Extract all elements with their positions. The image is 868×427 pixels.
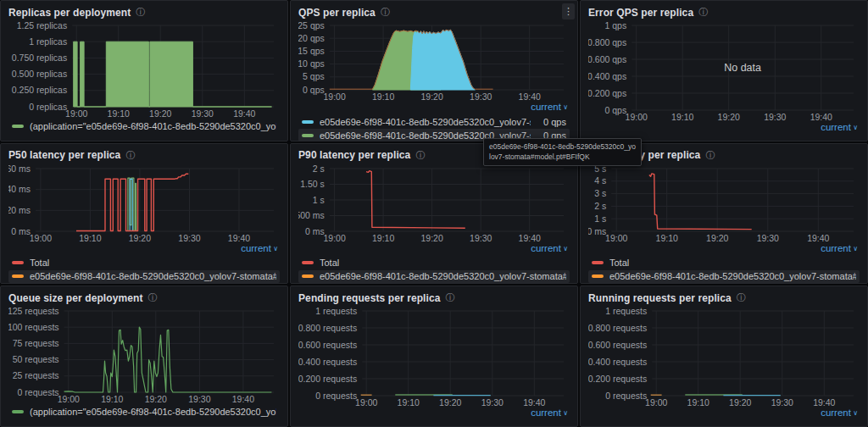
panel-header[interactable]: Pending requests per replica ⓘ (298, 290, 570, 306)
legend-swatch (12, 125, 24, 128)
current-dropdown[interactable]: current ∨ (821, 122, 858, 134)
info-icon[interactable]: ⓘ (381, 8, 390, 17)
panel-replicas-per-deployment: Replicas per deployment ⓘ 1.25 replicas1… (0, 0, 288, 141)
current-dropdown[interactable]: current ∨ (821, 408, 858, 419)
svg-text:5 qps: 5 qps (303, 71, 325, 81)
svg-text:25 qps: 25 qps (298, 20, 325, 30)
panel-footer: current ∨Totale05de69e-6f98-401c-8edb-52… (298, 243, 570, 283)
legend-label: Total (320, 258, 566, 268)
panel-header[interactable]: QPS per replica ⓘ (298, 4, 570, 20)
svg-text:0 qps: 0 qps (605, 105, 627, 115)
info-icon[interactable]: ⓘ (415, 151, 425, 160)
svg-text:19:40: 19:40 (523, 397, 545, 408)
current-dropdown[interactable]: current ∨ (241, 243, 278, 255)
info-icon[interactable]: ⓘ (737, 293, 746, 302)
svg-text:19:10: 19:10 (79, 233, 101, 243)
svg-text:0 ms: 0 ms (588, 225, 606, 236)
info-icon[interactable]: ⓘ (705, 151, 715, 160)
current-dropdown[interactable]: current ∨ (821, 243, 858, 255)
legend-swatch (302, 274, 314, 278)
panel-title: Replicas per deployment (8, 7, 131, 19)
panel-footer: (application="e05de69e-6f98-401c-8edb-52… (8, 404, 280, 418)
svg-text:15 qps: 15 qps (298, 46, 325, 56)
svg-text:60 ms: 60 ms (8, 164, 31, 174)
panel-footer: current ∨Totale05de69e-6f98-401c-8edb-52… (8, 243, 280, 283)
svg-text:19:20: 19:20 (729, 397, 751, 408)
panel-header[interactable]: P50 latency per replica ⓘ (8, 147, 280, 164)
legend-swatch (302, 134, 314, 137)
chevron-down-icon: ∨ (851, 409, 858, 417)
panel-header[interactable]: Running requests per replica ⓘ (588, 290, 860, 306)
svg-text:0.600 requests: 0.600 requests (588, 340, 647, 350)
panel-menu-icon[interactable]: ⋮ (562, 3, 575, 19)
legend-item[interactable]: Total (588, 257, 860, 269)
legend-item[interactable]: (application="e05de69e-6f98-401c-8edb-52… (8, 119, 280, 132)
svg-text:25 requests: 25 requests (13, 371, 59, 381)
panel-footer: current ∨ (298, 408, 570, 420)
current-dropdown[interactable]: current ∨ (531, 243, 568, 255)
info-icon[interactable]: ⓘ (446, 293, 455, 302)
panel-footer: current ∨ (588, 408, 860, 420)
svg-text:19:00: 19:00 (605, 233, 627, 243)
svg-text:19:20: 19:20 (420, 233, 442, 243)
chart-p99-latency-per-replica[interactable]: 5 s4 s3 s2 s1 s0 ms19:0019:1019:2019:301… (588, 164, 858, 243)
svg-text:19:20: 19:20 (420, 92, 442, 102)
panel-header[interactable]: Error QPS per replica ⓘ (588, 4, 860, 20)
chart-error-qps-per-replica[interactable]: 1 qps0.800 qps0.600 qps0.400 qps0.200 qp… (588, 20, 858, 122)
legend-item[interactable]: Total (8, 257, 280, 269)
chart-qps-per-replica[interactable]: 25 qps20 qps15 qps10 qps5 qps0 qps19:001… (298, 20, 568, 102)
svg-text:0 ms: 0 ms (305, 225, 325, 236)
legend-swatch (12, 261, 24, 264)
panel-footer: (application="e05de69e-6f98-401c-8edb-52… (8, 119, 280, 132)
svg-text:19:00: 19:00 (355, 397, 377, 408)
legend-swatch (592, 274, 604, 278)
legend-item[interactable]: Total (298, 257, 570, 269)
svg-text:19:10: 19:10 (671, 112, 693, 122)
info-icon[interactable]: ⓘ (136, 8, 145, 17)
svg-text:2 s: 2 s (313, 164, 325, 174)
chevron-down-icon: ∨ (561, 409, 568, 417)
legend-item[interactable]: e05de69e-6f98-401c-8edb-5290de5320c0_yol… (298, 115, 570, 128)
svg-text:0.400 requests: 0.400 requests (298, 357, 357, 367)
legend-item[interactable]: e05de69e-6f98-401c-8edb-5290de5320c0_yol… (8, 270, 280, 283)
legend-item[interactable]: (application="e05de69e-6f98-401c-8edb-52… (8, 405, 280, 418)
svg-text:19:20: 19:20 (145, 394, 167, 404)
panel-header[interactable]: Replicas per deployment ⓘ (8, 4, 280, 20)
svg-text:0 requests: 0 requests (605, 391, 647, 401)
svg-text:0.250 replicas: 0.250 replicas (12, 85, 67, 95)
panel-header[interactable]: Queue size per deployment ⓘ (8, 290, 280, 306)
svg-text:10 qps: 10 qps (298, 58, 325, 69)
info-icon[interactable]: ⓘ (125, 151, 135, 160)
svg-text:19:10: 19:10 (372, 92, 394, 102)
chevron-down-icon: ∨ (561, 103, 568, 111)
chart-running-requests-per-replica[interactable]: 1 requests0.800 requests0.600 requests0.… (588, 306, 858, 408)
current-dropdown[interactable]: current ∨ (531, 408, 568, 419)
svg-text:19:00: 19:00 (30, 233, 52, 243)
chart-p90-latency-per-replica[interactable]: 2 s1.50 s1 s500 ms0 ms19:0019:1019:2019:… (298, 164, 568, 243)
legend-item[interactable]: e05de69e-6f98-401c-8edb-5290de5320c0_yol… (298, 270, 570, 283)
series-tooltip: e05de69e-6f98-401c-8edb-5290de5320c0_yo … (483, 138, 642, 166)
svg-text:20 ms: 20 ms (8, 204, 31, 214)
svg-text:19:40: 19:40 (519, 92, 541, 102)
svg-text:19:30: 19:30 (178, 233, 200, 243)
svg-text:1.25 replicas: 1.25 replicas (17, 20, 68, 30)
current-dropdown[interactable]: current ∨ (531, 102, 568, 114)
svg-text:125 requests: 125 requests (8, 306, 59, 316)
svg-text:0.400 requests: 0.400 requests (588, 357, 647, 367)
svg-text:19:10: 19:10 (687, 397, 709, 408)
legend-item[interactable]: e05de69e-6f98-401c-8edb-5290de5320c0_yol… (588, 270, 860, 283)
legend-label: e05de69e-6f98-401c-8edb-5290de5320c0_yol… (320, 117, 531, 127)
svg-text:1.50 s: 1.50 s (300, 179, 325, 189)
chart-queue-size-per-deployment[interactable]: 125 requests100 requests75 requests50 re… (8, 306, 278, 404)
svg-text:19:30: 19:30 (764, 112, 786, 122)
svg-text:40 ms: 40 ms (8, 184, 31, 194)
chevron-down-icon: ∨ (851, 245, 858, 252)
svg-text:19:20: 19:20 (706, 233, 728, 243)
chart-replicas-per-deployment[interactable]: 1.25 replicas1 replicas0.750 replicas0.5… (8, 20, 278, 119)
info-icon[interactable]: ⓘ (148, 293, 158, 302)
legend-label: (application="e05de69e-6f98-401c-8edb-52… (30, 407, 276, 417)
info-icon[interactable]: ⓘ (698, 8, 708, 17)
chart-p50-latency-per-replica[interactable]: 60 ms40 ms20 ms0 ms19:0019:1019:2019:301… (8, 164, 278, 243)
svg-text:19:30: 19:30 (481, 397, 504, 408)
chart-pending-requests-per-replica[interactable]: 1 requests0.800 requests0.600 requests0.… (298, 306, 568, 408)
